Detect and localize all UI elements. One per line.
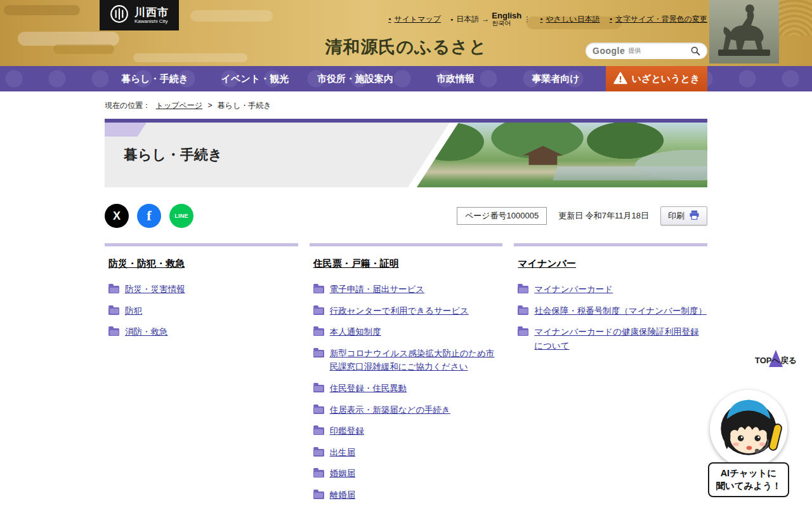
category-list-item: 防犯 [108,304,298,318]
folder-icon [108,286,119,293]
folder-icon [518,328,528,336]
printer-icon [689,210,700,222]
category-list-item: マイナンバーカード [518,283,707,297]
folder-icon [313,427,324,435]
nav-emergency[interactable]: いざというとき [606,66,707,91]
page-title: 暮らし・手続き [124,145,223,164]
language-current: 日本語 [456,14,479,25]
page: 川西市 Kawanishi City サイトマップ 日本語 → English … [0,0,812,508]
category-link[interactable]: 離婚届 [330,488,356,502]
category-list-item: 新型コロナウイルス感染拡大防止のため市民課窓口混雑緩和にご協力ください [313,347,503,374]
nav-jigyosha[interactable]: 事業者向け [506,66,606,91]
section-heading-link[interactable]: 住民票・戸籍・証明 [313,258,399,269]
section-heading: 防災・防犯・救急 [108,258,298,270]
banner-photo-water [553,166,707,180]
category-list-item: 防災・災害情報 [108,283,298,297]
nav-shisei-joho[interactable]: 市政情報 [405,66,506,91]
google-logo: Google [593,46,625,56]
nav-shiyakusho-shisetsu[interactable]: 市役所・施設案内 [305,66,405,91]
category-list-item: 住居表示・新築届などの手続き [313,403,503,417]
category-list: 防災・災害情報防犯消防・救急 [105,283,298,339]
mascot-character[interactable] [710,390,787,467]
nav-emergency-label: いざというとき [632,73,700,85]
category-link[interactable]: 住民登録・住民異動 [330,382,407,396]
folder-icon [313,385,324,392]
category-list-item: 印鑑登録 [313,424,503,438]
category-link[interactable]: 新型コロナウイルス感染拡大防止のため市民課窓口混雑緩和にご協力ください [330,347,503,374]
language-more-icon[interactable]: ⋮ [523,15,530,23]
print-button[interactable]: 印刷 [660,206,707,225]
category-link[interactable]: 防犯 [125,304,142,318]
city-name: 川西市 [134,6,169,19]
search-provided-label: 提供 [628,46,641,55]
ai-chat-widget[interactable]: AIチャットに 聞いてみよう！ [708,390,789,497]
facebook-share-icon[interactable]: f [137,204,161,228]
section-heading: マイナンバー [518,258,707,270]
ai-chat-bubble-line1: AIチャットに [721,468,777,478]
breadcrumb: 現在の位置： トップページ > 暮らし・手続き [105,100,707,111]
line-share-icon[interactable]: LINE [169,204,193,228]
folder-icon [313,491,324,499]
nav-event-kanko[interactable]: イベント・観光 [205,66,305,91]
language-switcher[interactable]: 日本語 → English 한국어 ⋮ [450,11,530,27]
site-search[interactable]: Google 提供 [586,43,707,59]
city-emblem-icon [110,4,129,26]
banner-photo-pavilion [523,146,563,165]
section-accent-bar [310,243,503,246]
section-juminhyo-koseki-shomei: 住民票・戸籍・証明 電子申請・届出サービス行政センターで利用できるサービス本人通… [310,243,503,508]
category-link[interactable]: 印鑑登録 [330,424,364,438]
breadcrumb-home-link[interactable]: トップページ [156,101,202,110]
meta-row: X f LINE ページ番号1000005 更新日 令和7年11月18日 印刷 [105,204,707,228]
main-nav: 暮らし・手続き イベント・観光 市役所・施設案内 市政情報 事業者向け いざとい… [0,66,812,91]
city-logo[interactable]: 川西市 Kawanishi City [100,0,179,30]
category-link[interactable]: 本人通知制度 [330,325,381,339]
ai-chat-bubble[interactable]: AIチャットに 聞いてみよう！ [708,462,789,497]
city-name-en: Kawanishi City [134,18,169,24]
category-link[interactable]: 婚姻届 [330,467,356,481]
section-heading-link[interactable]: 防災・防犯・救急 [108,258,185,269]
category-link[interactable]: 住居表示・新築届などの手続き [330,403,450,417]
site-header: 川西市 Kawanishi City サイトマップ 日本語 → English … [0,0,812,66]
category-link[interactable]: 電子申請・届出サービス [330,283,424,297]
category-link[interactable]: マイナンバーカードの健康保険証利用登録について [534,325,707,352]
page-title-banner: 暮らし・手続き [105,119,707,187]
folder-icon [518,286,528,293]
category-link[interactable]: 防災・災害情報 [125,283,185,297]
ai-chat-bubble-line2: 聞いてみよう！ [716,481,781,491]
category-link[interactable]: 社会保障・税番号制度（マイナンバー制度） [534,304,707,318]
back-to-top-button[interactable]: TOPへ戻る [750,339,802,366]
nav-kurashi-tetsuzuki[interactable]: 暮らし・手続き [105,66,205,91]
arrow-right-icon: → [481,15,489,23]
section-mynumber: マイナンバー マイナンバーカード社会保障・税番号制度（マイナンバー制度）マイナン… [514,243,707,360]
category-link[interactable]: 行政センターで利用できるサービス [330,304,469,318]
easy-japanese-link[interactable]: やさしい日本語 [540,14,599,25]
category-list-item: 行政センターで利用できるサービス [313,304,503,318]
cloud-decoration [4,5,80,15]
folder-icon [108,328,119,336]
category-list-item: 消防・救急 [108,325,298,339]
x-share-icon[interactable]: X [105,204,129,228]
folder-icon [313,470,324,478]
text-size-settings-link[interactable]: 文字サイズ・背景色の変更 [610,14,707,25]
banner-accent-stripe [105,123,147,137]
category-link[interactable]: 消防・救急 [125,325,168,339]
category-list-item: 出生届 [313,446,503,460]
category-link[interactable]: 出生届 [330,446,356,460]
section-accent-bar [514,243,707,246]
category-list-item: 婚姻届 [313,467,503,481]
cloud-decoration [18,32,119,46]
folder-icon [313,406,324,414]
search-icon[interactable] [690,46,700,56]
section-heading-link[interactable]: マイナンバー [518,258,576,269]
category-list-item: マイナンバーカードの健康保険証利用登録について [518,325,707,352]
warning-icon [613,72,627,86]
category-list-item: 住民登録・住民異動 [313,382,503,396]
language-option-korean[interactable]: 한국어 [492,20,521,27]
utility-nav: サイトマップ 日本語 → English 한국어 ⋮ やさしい日本語 文字サイズ… [388,11,707,27]
language-option-english[interactable]: English [492,11,521,20]
wave-pattern-decoration [776,0,812,36]
category-link[interactable]: マイナンバーカード [534,283,613,297]
sitemap-link[interactable]: サイトマップ [388,14,441,25]
folder-icon [313,307,324,315]
breadcrumb-label: 現在の位置： [105,101,150,110]
